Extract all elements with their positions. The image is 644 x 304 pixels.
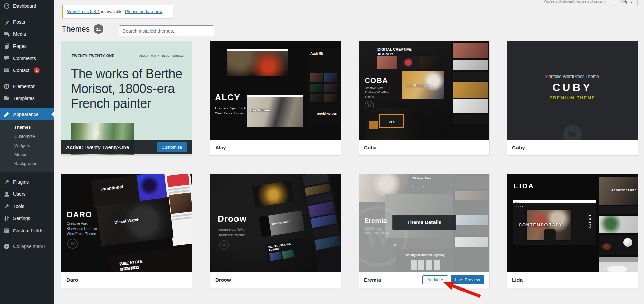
sidebar-item-collapse-menu[interactable]: Collapse menu xyxy=(0,240,54,252)
main-content: WordPress 5.8.1 is available! Please upd… xyxy=(54,0,644,304)
search-input[interactable] xyxy=(119,25,214,36)
submenu-item-background[interactable]: Background xyxy=(0,159,54,168)
theme-card-footer: Coba xyxy=(359,140,489,155)
theme-card-footer: Alcy xyxy=(210,140,341,155)
pages-icon xyxy=(3,43,10,50)
coba-center-mockup: Lenir Multimarcas xyxy=(389,71,444,99)
sidebar-item-label: Pages xyxy=(13,43,27,49)
sidebar-item-label: Comments xyxy=(13,56,36,61)
theme-card-daro: Intentional Diesel Watch DARO Creative A… xyxy=(61,174,192,288)
cuby-screenshot[interactable]: Portfolio WordPress Theme CUBY PREMIUM T… xyxy=(507,41,638,140)
sidebar-item-label: Settings xyxy=(13,216,30,221)
theme-details-button[interactable]: Theme Details xyxy=(392,215,456,230)
droow-screenshot[interactable]: Time Tag Watch DIGITAL CREATIVE AGENCY D… xyxy=(210,174,341,272)
sidebar-item-dashboard[interactable]: Dashboard xyxy=(0,0,54,12)
wordpress-logo-icon: W xyxy=(219,240,229,250)
preview-nav-item: WORK xyxy=(151,55,159,57)
daro-screenshot[interactable]: Intentional Diesel Watch DARO Creative A… xyxy=(61,174,192,272)
sidebar-item-label: Contact xyxy=(13,68,29,73)
wordpress-version-link[interactable]: WordPress 5.8.1 xyxy=(67,9,100,14)
daro-tagline: Creative AjaxShowcase PortfolioWordPress… xyxy=(67,221,97,236)
droow-right-strip xyxy=(300,174,341,272)
table-icon xyxy=(3,227,10,234)
alcy-right-panel: Audi R8 Trovid Horses xyxy=(307,48,340,125)
theme-card-cuby: Portfolio WordPress Theme CUBY PREMIUM T… xyxy=(507,41,638,156)
theme-card-coba: DIGITAL CREATIVE AGENCY COBA Creative Aj… xyxy=(359,41,490,156)
sidebar-item-label: Tools xyxy=(13,204,24,209)
submenu-item-widgets[interactable]: Widgets xyxy=(0,141,54,150)
daro-mockup-watch: Diesel Watch xyxy=(96,197,173,246)
active-theme-label: Active: Twenty Twenty-One xyxy=(66,144,129,150)
twenty-twenty-one-screenshot: TWENTY TWENTY-ONE ABOUT WORK BLOG CONTAC… xyxy=(61,41,192,155)
coba-heading: DIGITAL CREATIVE AGENCY xyxy=(377,47,421,56)
theme-card-twenty-twenty-one: TWENTY TWENTY-ONE ABOUT WORK BLOG CONTAC… xyxy=(61,41,192,156)
coba-screenshot[interactable]: DIGITAL CREATIVE AGENCY COBA Creative Aj… xyxy=(359,41,489,140)
theme-name: Daro xyxy=(66,277,78,283)
sidebar-item-label: Appearance xyxy=(13,112,39,117)
preview-heading: The works of Berthe Morisot, 1800s-era F… xyxy=(71,66,188,111)
submenu-label: Themes xyxy=(14,125,31,130)
preview-nav-item: ABOUT xyxy=(139,55,148,57)
theme-card-alcy: ALCY Creative Ajax PortfolioWordPress Th… xyxy=(210,41,341,156)
activate-button[interactable]: Activate xyxy=(422,275,448,284)
eremia-screenshot[interactable]: I'M Kerri Deo W Eremia Ajax PortfolioWor… xyxy=(359,174,489,272)
sliders-icon xyxy=(3,215,10,222)
sidebar-item-label: Dashboard xyxy=(13,3,36,9)
elementor-icon xyxy=(3,83,10,90)
comment-bubble-icon xyxy=(3,55,10,62)
coba-bottom-mockup: YAS xyxy=(365,108,424,140)
theme-name: Cuby xyxy=(512,145,525,150)
sidebar-item-contact[interactable]: Contact 1 xyxy=(0,64,54,77)
sidebar-item-pages[interactable]: Pages xyxy=(0,40,54,52)
sidebar-item-templates[interactable]: Templates xyxy=(0,92,54,104)
theme-card-footer: Cuby xyxy=(507,140,638,155)
admin-meta-message: You're still glowin', you're still crowi… xyxy=(544,0,606,3)
coba-tagline: Creative AjaxPortfolio WordPressTheme xyxy=(365,86,392,99)
sidebar-item-label: Custom Fields xyxy=(13,228,43,233)
sidebar-item-comments[interactable]: Comments xyxy=(0,52,54,64)
preview-nav-item: CONTACT xyxy=(172,55,185,57)
active-theme-bar: Active: Twenty Twenty-One Customize xyxy=(61,140,192,154)
active-menu-notch xyxy=(49,112,54,117)
preview-nav-item: BLOG xyxy=(162,55,169,57)
coba-image-row xyxy=(377,56,439,69)
sidebar-item-custom-fields[interactable]: Custom Fields xyxy=(0,224,54,237)
sidebar-item-media[interactable]: Media xyxy=(0,28,54,40)
sidebar-item-tools[interactable]: Tools xyxy=(0,200,54,212)
update-now-link[interactable]: Please update now xyxy=(125,9,163,14)
preview-site-title: TWENTY TWENTY-ONE xyxy=(72,54,114,58)
user-icon xyxy=(3,191,10,197)
submenu-item-menus[interactable]: Menus xyxy=(0,150,54,159)
sidebar-item-settings[interactable]: Settings xyxy=(0,212,54,224)
paintbrush-icon xyxy=(3,111,10,118)
wordpress-logo-icon: W xyxy=(563,125,582,140)
lida-screenshot[interactable]: LIDA ●●● GCAR CONTEMPORARY LUXURY ARCHIT… xyxy=(507,174,638,272)
sidebar-item-elementor[interactable]: Elementor xyxy=(0,80,54,92)
submenu-item-themes[interactable]: Themes xyxy=(0,123,54,132)
sidebar-item-posts[interactable]: Posts xyxy=(0,16,54,28)
help-tab[interactable]: Help ▼ xyxy=(615,0,638,6)
submenu-item-customize[interactable]: Customize xyxy=(0,132,54,141)
daro-logo: DARO xyxy=(67,210,92,219)
sidebar-item-plugins[interactable]: Plugins xyxy=(0,176,54,188)
alcy-screenshot[interactable]: ALCY Creative Ajax PortfolioWordPress Th… xyxy=(210,41,341,140)
wordpress-logo-icon: W xyxy=(67,239,78,249)
sidebar-item-appearance[interactable]: Appearance xyxy=(0,108,54,120)
contact-count-badge: 1 xyxy=(34,67,40,73)
page-header: Themes 11 xyxy=(62,24,103,34)
wrench-icon xyxy=(3,203,10,210)
chevron-down-icon: ▼ xyxy=(630,1,633,4)
live-preview-button[interactable]: Live Preview xyxy=(451,275,484,284)
theme-card-lida: LIDA ●●● GCAR CONTEMPORARY LUXURY ARCHIT… xyxy=(507,174,638,288)
droow-mockup-bottom: DIGITAL CREATIVE AGENCY xyxy=(265,237,312,263)
lida-logo: LIDA xyxy=(514,182,534,190)
theme-card-eremia: I'M Kerri Deo W Eremia Ajax PortfolioWor… xyxy=(359,174,490,288)
sidebar-item-users[interactable]: Users xyxy=(0,188,54,200)
theme-card-footer: Lida xyxy=(507,272,638,288)
envelope-icon xyxy=(3,67,10,74)
themes-grid: TWENTY TWENTY-ONE ABOUT WORK BLOG CONTAC… xyxy=(61,41,639,289)
sidebar-item-label: Media xyxy=(13,31,26,37)
coba-right-strip xyxy=(451,41,489,140)
customize-button[interactable]: Customize xyxy=(157,142,187,152)
alcy-browser-mockup-bottom: Alan Michaelis xyxy=(247,95,303,127)
